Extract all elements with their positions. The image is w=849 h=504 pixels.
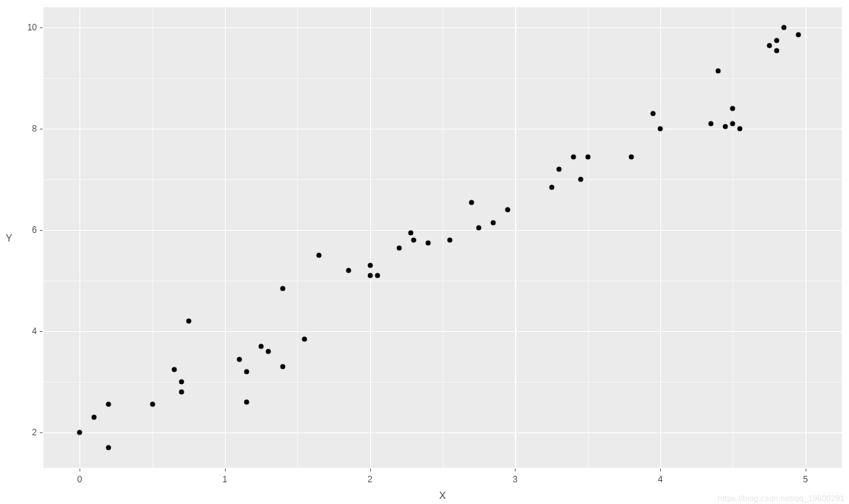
x-tick-mark xyxy=(806,469,806,471)
x-tick-label: 1 xyxy=(223,474,228,484)
data-point xyxy=(396,245,401,250)
x-tick-label: 4 xyxy=(658,474,663,484)
x-axis-ticks: 012345 xyxy=(43,471,842,486)
data-point xyxy=(716,68,721,73)
data-point xyxy=(469,200,474,205)
x-tick-mark xyxy=(370,469,371,471)
data-point xyxy=(106,445,111,450)
y-tick-mark xyxy=(40,27,43,28)
data-point xyxy=(781,25,786,30)
y-tick-label: 10 xyxy=(27,22,37,33)
data-point xyxy=(186,319,191,324)
data-point xyxy=(244,400,249,405)
gridline-major-vertical xyxy=(370,7,371,468)
x-tick-label: 0 xyxy=(77,474,82,484)
gridline-major-vertical xyxy=(660,7,661,468)
data-point xyxy=(477,225,482,230)
data-point xyxy=(556,167,561,172)
data-point xyxy=(367,273,372,278)
data-point xyxy=(375,273,380,278)
gridline-major-horizontal xyxy=(43,331,842,332)
y-tick-mark xyxy=(40,230,43,231)
data-point xyxy=(491,220,496,225)
data-point xyxy=(549,184,554,189)
data-point xyxy=(259,344,264,349)
data-point xyxy=(106,402,111,407)
x-tick-mark xyxy=(660,469,661,471)
data-point xyxy=(317,253,322,258)
gridline-minor-vertical xyxy=(297,7,298,468)
data-point xyxy=(236,356,242,362)
gridline-minor-horizontal xyxy=(43,382,842,383)
data-point xyxy=(244,370,249,375)
data-point xyxy=(448,238,453,243)
data-point xyxy=(367,263,372,268)
x-tick-mark xyxy=(225,469,226,471)
plot-area xyxy=(43,7,842,468)
y-axis-label-text: Y xyxy=(6,232,12,244)
data-point xyxy=(709,121,714,127)
data-point xyxy=(738,127,743,132)
data-point xyxy=(578,177,583,182)
data-point xyxy=(179,390,184,395)
data-point xyxy=(408,230,413,235)
x-axis-label-text: X xyxy=(439,490,445,501)
gridline-minor-horizontal xyxy=(43,281,842,281)
data-point xyxy=(730,121,735,127)
gridline-major-horizontal xyxy=(43,27,842,28)
data-point xyxy=(723,124,728,129)
data-point xyxy=(767,43,772,48)
data-point xyxy=(658,127,663,132)
x-tick-label: 2 xyxy=(367,474,372,484)
gridline-minor-vertical xyxy=(443,7,443,468)
data-point xyxy=(77,430,82,435)
data-point xyxy=(411,238,416,243)
data-point xyxy=(651,111,656,116)
data-point xyxy=(266,349,271,354)
gridline-major-horizontal xyxy=(43,230,842,231)
data-point xyxy=(92,415,97,420)
y-axis-ticks: 246810 xyxy=(18,7,40,468)
gridline-minor-horizontal xyxy=(43,78,842,79)
gridline-minor-horizontal xyxy=(43,179,842,180)
gridline-major-horizontal xyxy=(43,432,842,433)
data-point xyxy=(628,154,633,159)
data-point xyxy=(571,154,576,159)
gridline-major-vertical xyxy=(80,7,80,468)
gridline-major-vertical xyxy=(806,7,806,468)
watermark-text: https://blog.csdn.net/qq_19600291 xyxy=(718,494,845,503)
data-point xyxy=(774,38,779,43)
data-point xyxy=(179,380,184,385)
x-tick-label: 5 xyxy=(803,474,808,484)
data-point xyxy=(795,33,801,38)
gridline-major-vertical xyxy=(225,7,226,468)
y-tick-label: 2 xyxy=(32,427,37,437)
gridline-major-horizontal xyxy=(43,129,842,129)
data-point xyxy=(281,364,286,370)
data-point xyxy=(730,106,735,111)
y-axis-title: Y xyxy=(0,0,18,475)
y-tick-label: 8 xyxy=(32,124,37,134)
data-point xyxy=(774,48,779,53)
scatter-chart: Y 246810 012345 X https://blog.csdn.net/… xyxy=(0,0,849,504)
x-tick-label: 3 xyxy=(513,474,518,484)
gridline-major-vertical xyxy=(515,7,516,468)
data-point xyxy=(505,208,511,213)
data-point xyxy=(346,268,351,273)
data-point xyxy=(281,286,286,291)
gridline-minor-vertical xyxy=(588,7,589,468)
x-tick-mark xyxy=(515,469,516,471)
y-tick-mark xyxy=(40,331,43,332)
gridline-minor-vertical xyxy=(153,7,153,468)
y-tick-mark xyxy=(40,432,43,433)
data-point xyxy=(171,367,176,372)
data-point xyxy=(302,336,307,341)
y-tick-label: 6 xyxy=(32,225,37,235)
y-tick-mark xyxy=(40,129,43,129)
data-point xyxy=(425,240,430,245)
y-tick-label: 4 xyxy=(32,326,37,336)
data-point xyxy=(150,402,155,407)
data-point xyxy=(585,154,590,159)
x-tick-mark xyxy=(80,469,80,471)
gridline-minor-vertical xyxy=(733,7,733,468)
